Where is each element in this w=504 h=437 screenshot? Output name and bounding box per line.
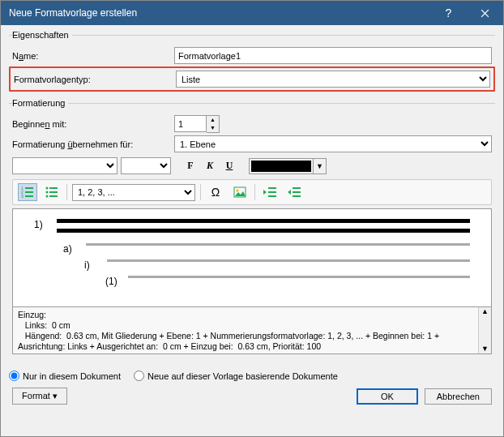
font-size-select[interactable] [121, 157, 171, 174]
numbered-list-icon: 123 [21, 186, 34, 198]
svg-rect-15 [268, 191, 276, 193]
name-label: Name: [12, 51, 174, 61]
increase-indent-button[interactable] [284, 183, 304, 201]
desc-line: Ausrichtung: Links + Ausgerichtet an: 0 … [18, 341, 486, 352]
svg-rect-7 [49, 187, 58, 189]
spinner-buttons[interactable]: ▲▼ [207, 115, 220, 133]
bulleted-list-icon [45, 186, 58, 198]
svg-rect-11 [49, 195, 58, 197]
startat-input[interactable] [174, 115, 207, 132]
cancel-button[interactable]: Abbrechen [425, 388, 492, 405]
preview-num: (1) [105, 276, 128, 287]
ok-button[interactable]: OK [357, 388, 418, 405]
spin-down[interactable]: ▼ [207, 124, 219, 132]
svg-text:3: 3 [21, 194, 23, 198]
picture-icon [233, 186, 246, 198]
formatting-legend: Formatierung [12, 98, 68, 108]
dialog: Neue Formatvorlage erstellen ? Eigenscha… [0, 0, 504, 437]
color-swatch [251, 161, 311, 172]
startat-row: Beginnen mit: ▲▼ [12, 115, 492, 133]
svg-rect-14 [268, 187, 276, 189]
underline-button[interactable]: U [221, 158, 237, 174]
startat-label: Beginnen mit: [12, 119, 174, 129]
scroll-up-icon[interactable]: ▲ [481, 307, 489, 316]
footer: Format ▾ OK Abbrechen [9, 388, 495, 408]
desc-line: Einzug: [18, 310, 486, 320]
content: Eigenschaften Name: Formatvorlagentyp: L… [1, 25, 503, 436]
omega-icon: Ω [211, 186, 220, 199]
decrease-indent-button[interactable] [260, 183, 280, 201]
scope-radios: Nur in diesem Dokument Neue auf dieser V… [9, 371, 495, 381]
preview-num: a) [63, 243, 86, 255]
numbered-list-button[interactable]: 123 [18, 183, 37, 201]
symbol-button[interactable]: Ω [206, 183, 225, 201]
preview-num: i) [84, 259, 107, 271]
applyto-row: Formatierung übernehmen für: 1. Ebene [12, 135, 492, 152]
preview-item: 1) [34, 219, 470, 238]
separator [254, 184, 255, 200]
format-menu-button[interactable]: Format ▾ [12, 388, 67, 405]
svg-rect-1 [25, 187, 33, 189]
svg-rect-9 [49, 191, 58, 193]
preview-num: 1) [34, 219, 57, 230]
svg-rect-16 [268, 195, 276, 197]
description-box: Einzug: Links: 0 cm Hängend: 0.63 cm, Mi… [12, 307, 492, 354]
name-row: Name: [12, 47, 492, 64]
chevron-down-icon[interactable]: ▼ [313, 159, 326, 174]
svg-rect-19 [293, 195, 301, 197]
properties-group: Eigenschaften Name: Formatvorlagentyp: L… [9, 30, 495, 95]
scroll-down-icon[interactable]: ▼ [481, 345, 489, 353]
titlebar[interactable]: Neue Formatvorlage erstellen ? [1, 1, 503, 25]
type-label: Formatvorlagentyp: [14, 75, 176, 84]
bold-button[interactable]: F [182, 158, 199, 174]
svg-rect-5 [25, 195, 33, 197]
desc-scrollbar[interactable]: ▲▼ [478, 307, 491, 353]
applyto-select[interactable]: 1. Ebene [174, 135, 492, 152]
svg-rect-18 [293, 191, 301, 193]
properties-legend: Eigenschaften [12, 30, 72, 40]
italic-button[interactable]: K [202, 158, 218, 174]
close-icon [481, 9, 489, 18]
svg-point-10 [46, 195, 49, 198]
desc-line: Links: 0 cm [18, 320, 486, 331]
svg-rect-3 [25, 191, 33, 193]
separator [200, 184, 201, 200]
picture-button[interactable] [230, 183, 250, 201]
help-button[interactable]: ? [430, 1, 467, 25]
type-row: Formatvorlagentyp: Liste [9, 66, 495, 92]
startat-spinner[interactable]: ▲▼ [174, 115, 492, 133]
preview-item: a) [63, 243, 470, 255]
preview-item: i) [84, 259, 470, 271]
formatting-group: Formatierung Beginnen mit: ▲▼ Formatieru… [9, 98, 495, 358]
number-style-select[interactable]: 1, 2, 3, ... [72, 184, 195, 201]
desc-line: Hängend: 0.63 cm, Mit Gliederung + Ebene… [18, 331, 486, 341]
preview-pane: 1) a) i) (1) [12, 208, 492, 307]
svg-point-8 [46, 191, 49, 194]
list-toolbar: 123 1, 2, 3, ... Ω [12, 179, 492, 205]
font-toolbar: F K U ▼ [12, 157, 492, 174]
name-input[interactable] [174, 47, 492, 64]
only-doc-radio[interactable]: Nur in diesem Dokument [9, 371, 121, 381]
spin-up[interactable]: ▲ [207, 116, 219, 124]
template-radio[interactable]: Neue auf dieser Vorlage basierende Dokum… [134, 371, 338, 381]
decrease-indent-icon [263, 186, 276, 198]
separator [66, 184, 67, 200]
bulleted-list-button[interactable] [42, 183, 62, 201]
type-select[interactable]: Liste [176, 71, 490, 88]
svg-point-13 [237, 190, 239, 192]
font-color-picker[interactable]: ▼ [249, 158, 327, 174]
applyto-label: Formatierung übernehmen für: [12, 139, 174, 149]
increase-indent-icon [288, 186, 301, 198]
svg-rect-17 [293, 187, 301, 189]
close-button[interactable] [467, 1, 503, 25]
svg-point-6 [46, 187, 49, 190]
preview-item: (1) [105, 276, 470, 287]
font-family-select[interactable] [12, 157, 117, 174]
dialog-title: Neue Formatvorlage erstellen [9, 7, 430, 19]
